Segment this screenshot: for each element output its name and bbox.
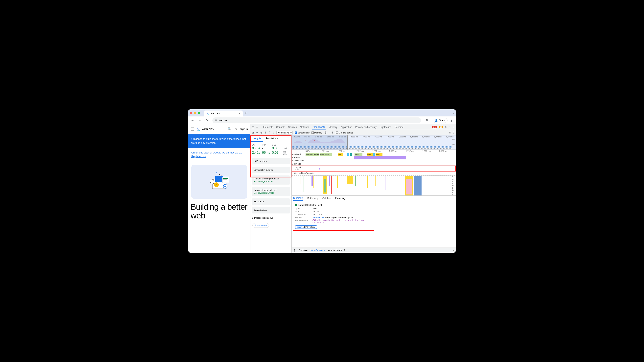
main-track-header[interactable]: ▾ Main — https://web.dev/ (292, 172, 456, 175)
insight-lcp-phase[interactable]: LCP by phase (252, 158, 290, 164)
drawer-close-icon[interactable]: × (453, 249, 454, 252)
signin-link[interactable]: Sign in (240, 128, 248, 131)
flame-chart[interactable]: T...x...(...(...Iz(...(...c(...Fs...E...… (292, 175, 456, 195)
tab-performance[interactable]: Performance (312, 124, 326, 130)
tab-lighthouse[interactable]: Lighthouse (380, 125, 392, 130)
timings-track[interactable]: ▸ Timings (292, 162, 456, 166)
insights-panel: Insights Annotations LCP INP CLS 0.75s -… (250, 136, 292, 253)
labs-icon[interactable]: ⚗ (424, 118, 430, 123)
drawer-console[interactable]: Console (299, 249, 308, 252)
clear-icon[interactable]: ⊘ (260, 131, 262, 134)
insight-image[interactable]: Improve image deliveryEst savings: 25.0 … (252, 187, 290, 196)
insight-reflow[interactable]: Forced reflow (252, 207, 290, 213)
site-banner: Guidance to build modern web experiences… (188, 134, 250, 148)
insight-layout-shift[interactable]: Layout shift culprits (252, 167, 290, 173)
theme-icon[interactable]: ☀ (234, 127, 237, 131)
inspect-icon[interactable]: ◫ (252, 126, 254, 129)
screenshots-checkbox[interactable]: Screenshots (295, 132, 310, 134)
settings-perf-icon[interactable]: ⚙ (331, 131, 334, 134)
svg-rect-10 (221, 175, 222, 176)
gc-icon[interactable]: 🗑 (324, 131, 327, 134)
tab-dropdown-icon[interactable]: ⌄ (452, 112, 454, 114)
profile-badge[interactable]: 👤 Guest (433, 118, 448, 123)
record-icon[interactable]: ◉ (252, 131, 254, 134)
tab-console[interactable]: Console (276, 125, 285, 130)
search-icon[interactable]: 🔍 (228, 127, 232, 131)
reload-record-icon[interactable]: ⟳ (256, 131, 258, 134)
error-badge[interactable]: ⊗ 2 (432, 126, 437, 128)
drawer-whats-new[interactable]: What's new × (311, 249, 325, 252)
shortcuts-icon[interactable]: ⚙ (449, 131, 451, 134)
performance-toolbar: ◉ ⟳ ⊘ ↥ ↧ ⌂ web.dev #2 Screenshots Memor… (250, 130, 456, 136)
animations-track[interactable]: ▸ Animations (292, 159, 456, 162)
color-swatch (295, 204, 297, 206)
new-tab-button[interactable]: + (245, 111, 247, 115)
insight-3rd-party[interactable]: 3rd parties (252, 198, 290, 205)
favicon-icon (206, 112, 209, 115)
home-icon[interactable]: ⌂ (273, 131, 274, 134)
tab-network[interactable]: Network (300, 125, 309, 130)
timeline-overview[interactable]: 492 ms992 ms1,492 ms1,992 ms2,492 ms2,99… (292, 136, 456, 150)
more-icon[interactable]: ⋮ (448, 126, 451, 129)
tab-eventlog[interactable]: Event log (335, 196, 345, 201)
url-input[interactable]: ⊞ web.dev (212, 117, 421, 123)
maximize-window[interactable] (198, 112, 200, 114)
upload-icon[interactable]: ↥ (264, 131, 267, 134)
tab-elements[interactable]: Elements (263, 125, 273, 130)
tab-application[interactable]: Application (340, 125, 352, 130)
frames-track[interactable]: ▸ Frames (292, 156, 456, 159)
content-area: ☰ web.dev 🔍 ☀ Sign in Guidance to build … (188, 124, 456, 253)
device-icon[interactable]: ▭ (256, 126, 258, 129)
browser-tab[interactable]: web.dev × (204, 111, 243, 116)
layout-shifts-track[interactable]: Layout shifts ◆ ◆ ◆ (292, 166, 456, 172)
menu-icon[interactable]: ⋮ (449, 118, 454, 123)
site-logo[interactable]: web.dev (196, 127, 214, 131)
browser-window: web.dev × + ⌄ ← → ⟳ ⊞ web.dev ⚗ | 👤 Gues… (188, 109, 456, 253)
drawer-ai[interactable]: AI assistance ⚗ (328, 249, 345, 252)
tab-bottomup[interactable]: Bottom-up (307, 196, 318, 201)
recording-select[interactable]: web.dev #2 (276, 131, 293, 135)
tab-summary[interactable]: Summary (293, 196, 303, 201)
tab-calltree[interactable]: Call tree (322, 196, 331, 201)
tab-annotations[interactable]: Annotations (263, 136, 280, 142)
close-devtools-icon[interactable]: × (453, 126, 454, 129)
close-tab-icon[interactable]: × (238, 112, 240, 115)
help-icon[interactable]: ? (453, 131, 454, 134)
forward-button[interactable]: → (197, 118, 202, 123)
svg-rect-8 (219, 174, 220, 175)
site-settings-icon[interactable]: ⊞ (215, 119, 217, 122)
hero-title: Building a better web (188, 202, 250, 220)
tab-insights[interactable]: Insights (250, 136, 263, 142)
detail-title: Largest Contentful Paint (295, 204, 372, 206)
dim-checkbox[interactable]: Dim 3rd parties (336, 132, 353, 134)
detail-content: Largest Contentful Paint Typetext Size74… (293, 202, 374, 231)
tab-bar: web.dev × + ⌄ (188, 109, 456, 116)
tab-memory[interactable]: Memory (329, 125, 337, 130)
timeline-ruler: 592 ms792 ms992 ms1,192 ms1,392 ms1,592 … (292, 150, 456, 153)
timeline-main[interactable]: 592 ms792 ms992 ms1,192 ms1,392 ms1,592 … (292, 150, 456, 195)
feedback-button[interactable]: ⚗ Feedback (252, 223, 269, 228)
insight-render-block[interactable]: Render blocking requestsEst savings: 408… (252, 176, 290, 184)
url-text: web.dev (218, 119, 228, 122)
tab-recorder[interactable]: Recorder (394, 125, 404, 130)
hamburger-icon[interactable]: ☰ (190, 127, 194, 132)
learn-more-link[interactable]: Learn more (313, 216, 324, 219)
drawer-menu-icon[interactable]: ⋮ (293, 249, 296, 252)
reload-button[interactable]: ⟳ (204, 118, 210, 123)
tab-sources[interactable]: Sources (288, 125, 297, 130)
close-window[interactable] (190, 112, 192, 114)
tab-privacy[interactable]: Privacy and security (355, 125, 376, 130)
back-button[interactable]: ← (190, 118, 195, 123)
network-track[interactable]: ▸ Network ome-blue_720.png ature_480... … (292, 153, 456, 156)
minimize-window[interactable] (194, 112, 196, 114)
warning-badge[interactable]: ▮1 (439, 126, 443, 128)
memory-checkbox[interactable]: Memory (312, 132, 322, 134)
download-icon[interactable]: ↧ (269, 131, 271, 134)
insights-tabs: Insights Annotations (250, 136, 292, 142)
register-link[interactable]: Register now (191, 155, 247, 158)
insight-pill[interactable]: Insight LCP by phase (295, 225, 317, 229)
lcp-field: 2.42s (252, 151, 260, 155)
passed-insights[interactable]: ▸ Passed insights (6) (250, 215, 292, 221)
related-node[interactable]: h3#building-a-better-web-together.hide-f… (312, 219, 372, 224)
settings-icon[interactable]: ⚙ (444, 126, 447, 129)
